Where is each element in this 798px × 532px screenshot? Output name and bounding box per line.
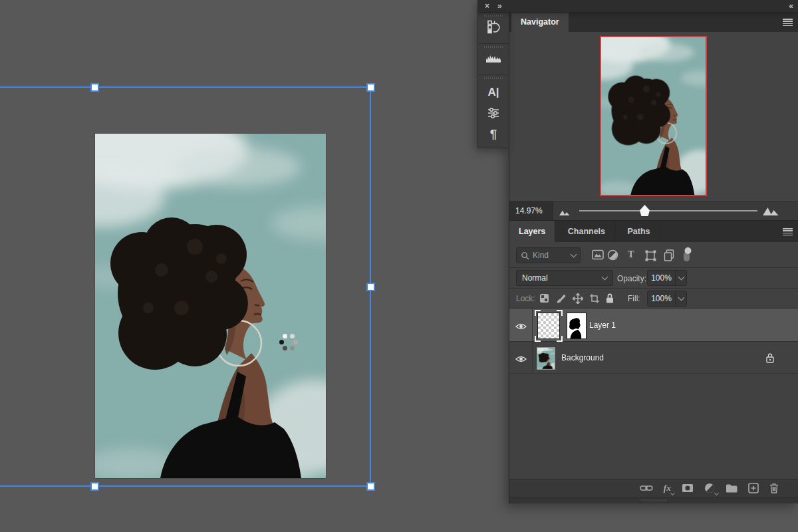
- layers-list-empty-area: [509, 374, 798, 479]
- divider: [532, 309, 533, 341]
- lock-artboard-icon[interactable]: [589, 293, 600, 307]
- drag-grip[interactable]: [484, 15, 503, 17]
- blend-mode-dropdown[interactable]: Normal: [516, 270, 613, 286]
- thumbnail-selection-bracket: [557, 310, 563, 316]
- lock-label: Lock:: [516, 294, 535, 303]
- navigator-proxy-view[interactable]: [600, 36, 707, 196]
- navigator-content: [509, 32, 798, 201]
- blend-opacity-row: Normal Opacity: 100%: [509, 268, 798, 289]
- panel-resize-bar[interactable]: [509, 497, 798, 503]
- transform-box-top-edge: [0, 86, 371, 88]
- chevron-down-icon: [602, 274, 608, 281]
- fill-label: Fill:: [628, 294, 640, 303]
- filter-type-layers-icon[interactable]: T: [628, 249, 634, 260]
- histogram-panel-icon[interactable]: [485, 49, 502, 66]
- visibility-eye-icon[interactable]: [515, 321, 527, 333]
- chevron-down-icon: [714, 491, 719, 495]
- paragraph-panel-icon[interactable]: ¶: [485, 125, 502, 142]
- dock-group-histogram: [478, 44, 509, 75]
- chevron-down-icon: [571, 251, 577, 258]
- delete-layer-trash-icon[interactable]: [769, 483, 779, 493]
- collapse-panels-icon[interactable]: «: [789, 1, 793, 11]
- zoom-in-icon[interactable]: [762, 205, 779, 219]
- photoshop-workspace: × » «: [0, 0, 798, 532]
- resize-grip[interactable]: [642, 499, 667, 501]
- transform-handle-bottom-right[interactable]: [366, 482, 375, 491]
- layers-filter-row: Kind T: [509, 242, 798, 268]
- thumbnail-selection-bracket: [557, 336, 563, 342]
- canvas-document[interactable]: [95, 134, 326, 478]
- panel-group-titlebar: × » «: [477, 0, 798, 13]
- fill-field[interactable]: 100%: [647, 291, 687, 307]
- zoom-slider-track[interactable]: [579, 210, 757, 211]
- opacity-value: 100%: [648, 271, 675, 285]
- lock-image-pixels-icon[interactable]: [556, 293, 567, 307]
- layer-style-fx-icon[interactable]: fx: [664, 483, 671, 493]
- layer-thumbnail-checkerboard[interactable]: [537, 313, 560, 339]
- chevron-down-icon: [678, 295, 684, 301]
- tab-channels[interactable]: Channels: [559, 221, 615, 243]
- layer-mask-thumbnail[interactable]: [567, 313, 587, 339]
- panel-menu-icon[interactable]: [783, 228, 793, 235]
- close-icon[interactable]: ×: [485, 1, 489, 11]
- zoom-slider-thumb[interactable]: [640, 205, 650, 216]
- chevron-down-icon: [670, 491, 675, 495]
- character-panel-icon[interactable]: A|: [485, 83, 502, 100]
- filter-kind-dropdown[interactable]: Kind: [516, 247, 581, 263]
- filter-on-off-toggle[interactable]: [681, 247, 692, 265]
- navigator-zoombar: 14.97%: [509, 201, 798, 220]
- layers-tabbar: Layers Channels Paths: [509, 220, 798, 242]
- collapsed-panel-dock: A| ¶: [477, 13, 509, 148]
- fill-value: 100%: [648, 291, 675, 306]
- history-panel-icon[interactable]: [485, 18, 502, 35]
- blend-mode-value: Normal: [522, 273, 548, 283]
- search-icon: [521, 251, 529, 260]
- divider: [532, 342, 533, 373]
- background-layer-thumbnail[interactable]: [537, 347, 555, 370]
- dock-group-type: A| ¶: [478, 75, 509, 148]
- lock-transparent-pixels-icon[interactable]: [539, 293, 549, 306]
- layer-name[interactable]: Background: [561, 353, 604, 362]
- layer-name[interactable]: Layer 1: [589, 321, 616, 330]
- chevron-down-icon: [678, 274, 684, 281]
- filter-pixel-layers-icon[interactable]: [592, 249, 604, 263]
- transform-handle-middle-right[interactable]: [366, 283, 375, 291]
- new-layer-icon[interactable]: [748, 483, 759, 493]
- zoom-percent-field[interactable]: 14.97%: [509, 201, 553, 220]
- new-group-folder-icon[interactable]: [726, 483, 737, 493]
- fill-dropdown[interactable]: [675, 291, 686, 306]
- zoom-out-icon[interactable]: [559, 207, 571, 219]
- tab-paths[interactable]: Paths: [618, 221, 660, 243]
- properties-panel-icon[interactable]: [485, 104, 502, 122]
- link-layers-icon[interactable]: [640, 484, 653, 492]
- dock-group-history: [478, 13, 509, 44]
- filter-shape-layers-icon[interactable]: [644, 249, 657, 265]
- filter-kind-label: Kind: [533, 251, 549, 260]
- layer-row-layer-1[interactable]: Layer 1: [509, 309, 798, 342]
- expand-panels-icon[interactable]: »: [497, 1, 501, 11]
- layers-action-bar: fx: [509, 479, 798, 497]
- drag-grip[interactable]: [484, 46, 503, 48]
- panel-menu-icon[interactable]: [783, 19, 793, 26]
- transform-handle-top-right[interactable]: [366, 83, 375, 92]
- layer-row-background[interactable]: Background: [509, 342, 798, 374]
- opacity-field[interactable]: 100%: [647, 270, 687, 286]
- lock-all-icon[interactable]: [605, 293, 614, 307]
- panel-window: Navigator 14.97% Layers Channels Paths: [509, 0, 798, 503]
- tab-navigator[interactable]: Navigator: [511, 12, 569, 32]
- drag-grip[interactable]: [484, 77, 503, 79]
- add-adjustment-layer-icon[interactable]: [704, 483, 715, 493]
- layer-locked-icon[interactable]: [765, 352, 775, 366]
- thumbnail-selection-bracket: [535, 310, 541, 316]
- opacity-label: Opacity:: [617, 274, 646, 283]
- thumbnail-selection-bracket: [535, 336, 541, 342]
- filter-smart-objects-icon[interactable]: [664, 249, 674, 264]
- transform-handle-top-center[interactable]: [90, 83, 99, 92]
- lock-position-icon[interactable]: [573, 293, 583, 307]
- tab-layers[interactable]: Layers: [509, 221, 555, 243]
- visibility-eye-icon[interactable]: [515, 354, 527, 366]
- opacity-dropdown[interactable]: [675, 271, 686, 285]
- add-layer-mask-icon[interactable]: [682, 483, 694, 493]
- filter-adjustment-layers-icon[interactable]: [607, 249, 618, 263]
- transform-handle-bottom-center[interactable]: [90, 482, 99, 491]
